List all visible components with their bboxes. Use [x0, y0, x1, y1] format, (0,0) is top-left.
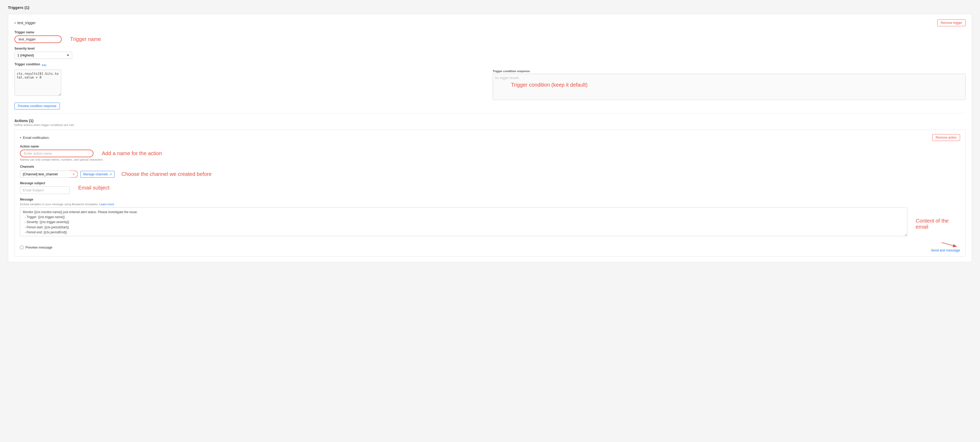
no-trigger-results: No trigger results [495, 76, 519, 80]
preview-condition-button[interactable]: Preview condition response [14, 103, 60, 110]
action-name-field: Action name Add a name for the action Na… [20, 145, 960, 161]
condition-annotation: Trigger condition (keep it default) [511, 82, 588, 88]
channels-label: Channels [20, 165, 960, 169]
action-name-hint: Names can only contain letters, numbers,… [20, 158, 960, 161]
page-title: Triggers (1) [8, 5, 972, 10]
action-name-annotation: Add a name for the action [102, 150, 162, 156]
trigger-name-header: test_trigger [18, 21, 36, 25]
severity-field: Severity level 1 (Highest) [14, 47, 966, 59]
actions-subtitle: Define actions when trigger conditions a… [14, 123, 966, 127]
message-info: Embed variables in your message using Mu… [20, 203, 960, 206]
trigger-collapse-icon[interactable]: ▾ [14, 22, 16, 24]
channel-annotation: Choose the channel we created before [121, 171, 212, 177]
message-field: Message Embed variables in your message … [20, 198, 960, 236]
trigger-name-input[interactable] [14, 35, 62, 43]
action-header-left: ▾ Email notification: [20, 136, 49, 140]
preview-message-checkbox[interactable] [20, 246, 23, 249]
condition-info-link[interactable]: Info [42, 64, 46, 67]
condition-row: ctx.results[0].hits.total.value > 0 Trig… [14, 70, 966, 100]
action-card: ▾ Email notification: Remove action Acti… [14, 130, 966, 257]
message-subject-field: Message subject Email subject [20, 181, 960, 194]
subject-label: Message subject [20, 181, 70, 185]
preview-message-label: Preview message [25, 245, 52, 250]
trigger-name-field: Trigger name Trigger name [14, 30, 966, 43]
condition-left: ctx.results[0].hits.total.value > 0 Trig… [14, 70, 487, 100]
preview-message-row: Preview message [20, 245, 52, 250]
message-label: Message [20, 198, 960, 201]
actions-section: Actions (1) Define actions when trigger … [14, 119, 966, 257]
svg-line-1 [942, 243, 956, 246]
condition-textarea[interactable]: ctx.results[0].hits.total.value > 0 [14, 70, 61, 96]
channels-row: [Channel] test_channel ▾ Manage channels… [20, 171, 960, 178]
action-name-input[interactable] [20, 149, 94, 157]
channel-select[interactable]: [Channel] test_channel [20, 171, 78, 178]
trigger-header: ▾ test_trigger Remove trigger [14, 19, 966, 26]
send-arrow-svg [939, 240, 960, 248]
actions-title: Actions (1) [14, 119, 966, 123]
condition-response-label: Trigger condition response [493, 70, 966, 73]
trigger-name-label: Trigger name [14, 30, 966, 34]
learn-more-link[interactable]: Learn more [99, 203, 114, 206]
manage-channels-label: Manage channels [83, 172, 108, 176]
action-header: ▾ Email notification: Remove action [20, 134, 960, 141]
trigger-condition-field: Trigger condition Info ctx.results[0].hi… [14, 62, 966, 110]
severity-label: Severity level [14, 47, 966, 50]
subject-annotation: Email subject [78, 185, 110, 191]
remove-action-button[interactable]: Remove action [932, 134, 960, 141]
remove-trigger-button[interactable]: Remove trigger [937, 19, 966, 26]
manage-channels-button[interactable]: Manage channels ↗ [80, 171, 115, 178]
send-test-message-link[interactable]: Send test message [931, 248, 960, 252]
message-textarea[interactable]: Monitor {{ctx.monitor.name}} just entere… [20, 207, 907, 236]
message-annotation: Content of the email [916, 218, 960, 230]
manage-channels-icon: ↗ [109, 172, 112, 176]
trigger-card: ▾ test_trigger Remove trigger Trigger na… [8, 14, 972, 262]
subject-input[interactable] [20, 186, 70, 194]
trigger-header-left: ▾ test_trigger [14, 21, 36, 25]
trigger-name-annotation: Trigger name [70, 36, 101, 42]
action-name-label: Action name [20, 145, 960, 148]
condition-label: Trigger condition [14, 62, 40, 66]
channel-select-wrapper: [Channel] test_channel ▾ [20, 171, 78, 178]
section-divider [14, 113, 966, 113]
channel-chevron-button[interactable]: ▾ [70, 171, 78, 178]
channels-field: Channels [Channel] test_channel ▾ Manage… [20, 165, 960, 178]
action-collapse-icon[interactable]: ▾ [20, 136, 21, 139]
action-header-label: Email notification: [23, 136, 49, 140]
severity-select[interactable]: 1 (Highest) [14, 52, 72, 59]
